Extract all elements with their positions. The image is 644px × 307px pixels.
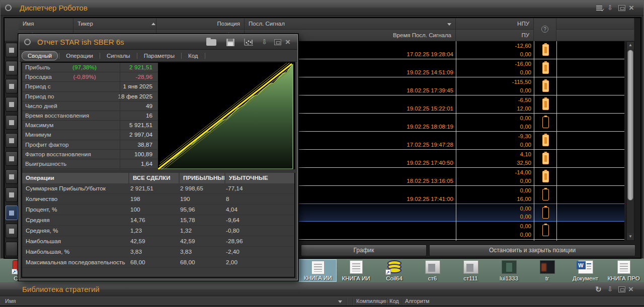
restore-icon[interactable] <box>618 5 625 11</box>
desktop-icon-dokument[interactable]: Документ <box>567 259 604 282</box>
battery-icon <box>542 225 549 236</box>
open-folder-icon[interactable] <box>206 39 216 46</box>
stat-row: Период с1 янв 2025 <box>22 82 157 91</box>
column-header-ticker[interactable]: Тикер <box>73 18 156 30</box>
column-header-compilation[interactable]: Компиляция <box>356 298 388 304</box>
operations-row: Максимальная последовательность68,0068,0… <box>22 257 294 268</box>
download-icon[interactable]: ⇩ <box>262 39 267 46</box>
stop-square-button[interactable] <box>6 43 18 57</box>
battery-icon <box>542 62 549 74</box>
tab-signaly[interactable]: Сигналы <box>101 52 136 60</box>
operations-row: Средняя14,7615,78-9,64 <box>22 215 294 226</box>
main-titlebar[interactable]: Диспетчер Роботов ⇩ × <box>1 1 643 16</box>
document-icon <box>311 261 325 274</box>
close-icon[interactable]: × <box>628 286 633 293</box>
stat-row: Минимум2 997,04 <box>22 130 157 140</box>
photo-icon <box>540 260 555 274</box>
download-icon[interactable]: ⇩ <box>607 286 613 293</box>
desktop-icon-lui1333[interactable]: lui1333 <box>490 259 528 282</box>
scroll-up-icon[interactable]: ▲ <box>627 42 634 49</box>
column-header-name[interactable]: Имя <box>19 18 73 30</box>
stop-square-button[interactable] <box>6 169 18 184</box>
photo-icon <box>463 260 478 274</box>
stop-square-button[interactable] <box>6 79 18 93</box>
grid-line <box>556 41 557 241</box>
desktop-icon-label: tr <box>528 275 566 281</box>
restore-icon[interactable] <box>274 39 281 45</box>
battery-icon <box>542 117 549 128</box>
close-icon[interactable]: × <box>285 39 290 46</box>
report-titlebar[interactable]: Отчет STAR ish SBER 6s ⇩ × <box>19 35 297 50</box>
column-header-pu[interactable]: ПУ <box>456 30 534 41</box>
column-header-last-signal[interactable]: Посл. Сигнал <box>245 18 456 30</box>
tab-operacii[interactable]: Операции <box>60 52 99 60</box>
app-logo-icon <box>5 5 12 11</box>
save-icon[interactable] <box>226 39 234 46</box>
stop-square-button[interactable] <box>6 97 18 112</box>
tab-kod[interactable]: Код <box>183 52 204 60</box>
scrollbar[interactable]: ▲ ▼ <box>626 41 634 241</box>
tab-svodnyy[interactable]: Сводный <box>22 51 58 60</box>
chart-button[interactable]: График <box>301 245 427 256</box>
scroll-thumb[interactable] <box>627 50 633 200</box>
stop-buttons-column <box>5 18 19 258</box>
battery-icon <box>542 44 549 56</box>
summary-stats-table: Прибыль(97,38%)2 921,51 Просадка(-0,89%)… <box>22 63 157 169</box>
stat-row: Профит фактор38,87 <box>22 140 157 150</box>
report-summary: Прибыль(97,38%)2 921,51 Просадка(-0,89%)… <box>21 62 295 278</box>
desktop-icon-kniga-ii-2[interactable]: КНИГА ИИ <box>337 259 375 282</box>
chart-icon[interactable] <box>243 38 254 47</box>
stop-square-button[interactable] <box>6 206 18 220</box>
desktop-icon-kniga-ii-1[interactable]: КНИГА ИИ <box>299 259 337 282</box>
grid-line <box>386 298 387 305</box>
desktop-icon-st111[interactable]: ст111 <box>452 259 490 282</box>
library-titlebar[interactable]: Библиотека стратегий ↻ ⇩ × <box>0 283 644 296</box>
scroll-down-icon[interactable]: ▼ <box>627 233 634 240</box>
column-header-npu[interactable]: НПУ <box>456 18 534 30</box>
desktop-icon-kniga-pro[interactable]: КНИГА ПРО <box>605 259 642 282</box>
sort-asc-icon <box>151 23 155 25</box>
tab-parametry[interactable]: Параметры <box>138 52 180 60</box>
shortcut-arrow-icon: ↗ <box>385 269 391 275</box>
stat-row: Просадка(-0,89%)-28,96 <box>22 72 157 82</box>
stop-square-button[interactable] <box>6 242 18 256</box>
stop-square-button[interactable] <box>6 115 18 130</box>
app-logo-icon <box>24 39 31 45</box>
grid-line <box>456 41 456 241</box>
help-icon[interactable]: ? <box>541 26 548 33</box>
sort-desc-icon <box>338 300 342 303</box>
operations-row: Наибольшая42,5942,59-28,96 <box>22 236 294 247</box>
stop-square-button[interactable] <box>6 151 18 166</box>
desktop-icon-label: КНИГА ПРО <box>605 275 642 281</box>
tab-separator <box>59 53 59 59</box>
refresh-icon[interactable]: ↻ <box>595 285 602 293</box>
battery-icon <box>542 98 549 110</box>
operations-row: Наибольшая, %3,833,83-2,40 <box>22 247 294 257</box>
tab-separator <box>181 53 182 59</box>
operations-table: Операции ВСЕ СДЕЛКИ ПРИБЫЛЬНЫЕ УБЫТОЧНЫЕ… <box>22 173 294 268</box>
desktop-icon-tr[interactable]: tr <box>528 259 566 282</box>
stop-and-close-positions-button[interactable]: Остановить и закрыть позиции <box>429 245 635 256</box>
stat-row: Число дней49 <box>22 101 157 111</box>
column-header-name[interactable]: Имя <box>5 298 16 304</box>
stop-square-button[interactable] <box>6 224 18 238</box>
restore-icon[interactable] <box>618 286 625 292</box>
operations-row: Средняя, %1,231,32-0,80 <box>22 226 294 236</box>
stop-square-button[interactable] <box>6 133 18 148</box>
close-icon[interactable]: × <box>629 5 634 12</box>
battery-icon <box>542 153 549 164</box>
column-header-code[interactable]: Код <box>389 298 399 304</box>
column-header-position[interactable]: Позиция <box>156 18 245 30</box>
coil-icon: ↗ <box>387 260 402 274</box>
stop-square-button[interactable] <box>6 61 18 75</box>
desktop-icon-st6[interactable]: ст6 <box>414 259 451 282</box>
grid-line <box>120 63 120 169</box>
task-list-icon[interactable] <box>596 5 603 11</box>
download-icon[interactable]: ⇩ <box>607 5 613 12</box>
operations-header: Операции ВСЕ СДЕЛКИ ПРИБЫЛЬНЫЕ УБЫТОЧНЫЕ <box>22 173 294 183</box>
stop-square-button[interactable] <box>6 187 18 202</box>
column-header-extra2 <box>556 30 634 41</box>
tab-separator <box>137 53 137 59</box>
desktop-icon-coil64[interactable]: ↗ Coil64 <box>375 259 413 282</box>
column-header-algorithm[interactable]: Алгоритм <box>405 298 430 304</box>
